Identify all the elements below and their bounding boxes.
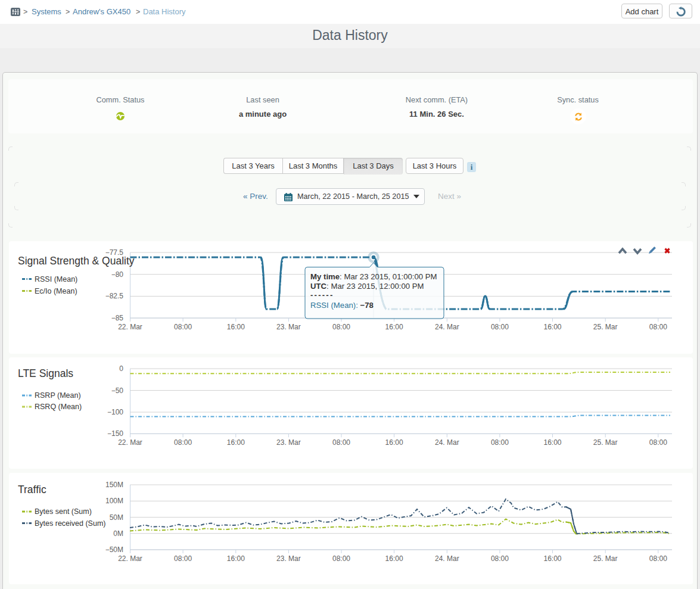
- svg-text:23. Mar: 23. Mar: [276, 323, 301, 331]
- svg-text:100M: 100M: [105, 497, 123, 505]
- svg-text:50M: 50M: [110, 513, 123, 522]
- svg-text:08:00: 08:00: [649, 323, 667, 331]
- svg-text:08:00: 08:00: [491, 554, 509, 563]
- svg-text:23. Mar: 23. Mar: [276, 438, 301, 447]
- svg-text:16:00: 16:00: [227, 323, 245, 331]
- svg-text:−80: −80: [111, 270, 124, 279]
- svg-text:Ec/Io (Mean): Ec/Io (Mean): [35, 287, 77, 295]
- svg-text:16:00: 16:00: [385, 438, 403, 447]
- svg-text:My time: Mar 23 2015, 01:00:00: My time: Mar 23 2015, 01:00:00 PM: [310, 272, 437, 281]
- svg-text:RSSI (Mean): RSSI (Mean): [35, 275, 77, 283]
- svg-text:08:00: 08:00: [332, 323, 350, 331]
- svg-text:LTE Signals: LTE Signals: [18, 367, 73, 379]
- svg-text:08:00: 08:00: [174, 438, 192, 447]
- svg-text:−100: −100: [107, 408, 123, 416]
- svg-text:08:00: 08:00: [649, 554, 667, 563]
- svg-text:0: 0: [119, 364, 123, 373]
- svg-text:08:00: 08:00: [649, 438, 667, 447]
- svg-text:16:00: 16:00: [385, 323, 403, 331]
- svg-text:Signal Strength & Quality: Signal Strength & Quality: [18, 255, 135, 267]
- svg-text:Bytes sent (Sum): Bytes sent (Sum): [35, 507, 92, 516]
- svg-text:25. Mar: 25. Mar: [593, 323, 618, 331]
- svg-text:08:00: 08:00: [332, 554, 350, 563]
- svg-text:150M: 150M: [105, 481, 123, 489]
- svg-text:−50: −50: [111, 387, 124, 395]
- svg-text:RSRP (Mean): RSRP (Mean): [35, 391, 81, 400]
- svg-text:23. Mar: 23. Mar: [276, 554, 301, 563]
- svg-text:16:00: 16:00: [227, 554, 245, 563]
- svg-text:16:00: 16:00: [543, 438, 561, 447]
- svg-text:16:00: 16:00: [385, 554, 403, 563]
- svg-text:0M: 0M: [113, 529, 123, 538]
- svg-text:08:00: 08:00: [174, 554, 192, 563]
- svg-text:25. Mar: 25. Mar: [593, 438, 618, 447]
- svg-text:16:00: 16:00: [227, 438, 245, 447]
- svg-text:22. Mar: 22. Mar: [118, 323, 142, 331]
- svg-text:16:00: 16:00: [543, 323, 561, 331]
- svg-text:08:00: 08:00: [491, 438, 509, 447]
- svg-text:08:00: 08:00: [332, 438, 350, 447]
- svg-text:RSRQ (Mean): RSRQ (Mean): [35, 403, 82, 411]
- svg-text:Traffic: Traffic: [18, 484, 46, 495]
- svg-text:−82.5: −82.5: [105, 292, 124, 300]
- svg-text:25. Mar: 25. Mar: [593, 554, 618, 563]
- svg-text:−85: −85: [111, 314, 124, 322]
- svg-text:22. Mar: 22. Mar: [118, 554, 142, 563]
- svg-text:Bytes received (Sum): Bytes received (Sum): [35, 519, 105, 528]
- svg-text:24. Mar: 24. Mar: [435, 554, 459, 563]
- svg-text:16:00: 16:00: [543, 554, 561, 563]
- svg-text:−150: −150: [107, 429, 123, 438]
- svg-text:24. Mar: 24. Mar: [435, 323, 459, 331]
- svg-text:08:00: 08:00: [491, 323, 509, 331]
- svg-text:24. Mar: 24. Mar: [435, 438, 459, 447]
- svg-text:UTC: Mar 23 2015, 12:00:00 PM: UTC: Mar 23 2015, 12:00:00 PM: [310, 282, 424, 291]
- svg-text:08:00: 08:00: [174, 323, 192, 331]
- svg-text:RSSI (Mean): −78: RSSI (Mean): −78: [310, 301, 374, 310]
- svg-text:22. Mar: 22. Mar: [118, 438, 142, 447]
- svg-text:−50M: −50M: [105, 546, 123, 554]
- svg-text:------: ------: [310, 291, 334, 300]
